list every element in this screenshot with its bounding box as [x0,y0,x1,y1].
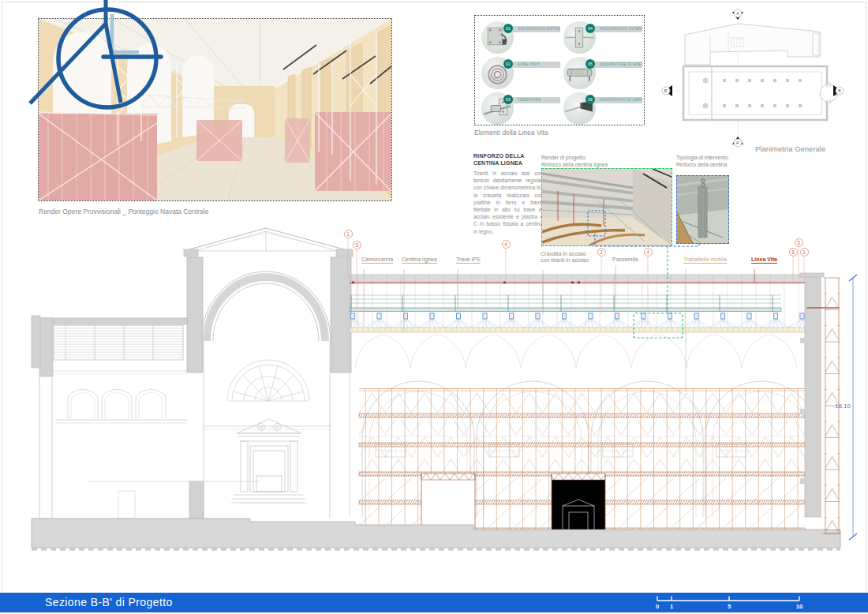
linea-vita-element: DISSIPATORE DI ENERGIA 05 [563,57,645,92]
svg-text:5: 5 [728,603,731,610]
nave-section [339,275,817,531]
label-centina-lignea: Centina lignea [402,256,437,264]
linea-vita-elements-panel: ANCORAGGIO ESTREMITÀ 01 FUNE INOX [474,15,645,125]
balloon-3: 3 [353,241,361,249]
drawing-sheet: Render Opere Provvisionali _ Ponteggio N… [0,0,868,614]
rinforzo-heading-line2: CENTINA LIGNEA [473,160,522,166]
tipologia-caption: Tipologia di intervento. Rinforzo della … [676,155,729,168]
svg-text:1: 1 [670,603,673,610]
element-label: ANCORAGGIO INTERMEDIO [590,26,642,32]
planimetria-caption: Planimetria Generale [755,144,825,153]
elementi-caption: Elementi della Linea Vita [474,129,548,137]
label-trave-ipe: Trave IPE [456,256,481,264]
element-number-badge: 05 [586,59,595,69]
section-marker-b1: B' [662,85,672,96]
rinforzo-body-text: Tiranti in acciaio tesi con tensori debi… [473,170,543,235]
balloon-2: 2 [597,248,606,256]
section-marker-b: B [833,85,844,96]
svg-text:10: 10 [796,603,803,610]
svg-text:0: 0 [656,603,659,610]
transverse-section [32,228,353,519]
element-number-badge: 03 [503,95,513,104]
ground-poche [32,519,840,548]
element-number-badge: 02 [503,59,513,69]
rinforzo-heading-line1: RINFORZO DELLA [473,153,525,159]
studio-logo [19,0,165,136]
height-dimension-value: 18.10 [829,402,851,410]
right-wall [800,273,840,517]
balloon-4a: 4 [502,240,511,249]
element-label: DISSIPATORE DI ENERGIA [590,62,642,68]
balloon-1b: 1 [800,248,809,256]
sheet-title: Sezione B-B' di Progetto [45,596,173,608]
label-camorcanna: Camorcanna [361,256,393,264]
linea-vita-element: ANCORAGGIO ESTREMITÀ 01 [481,21,563,57]
tipologia-photo [676,175,729,244]
linea-vita-element: TENDITORE 03 [481,92,563,128]
render-progetto-caption: Render di progetto. Rinforzo della centi… [541,155,608,168]
element-label: FUNE INOX [508,62,560,68]
render-nave-caption: Render Opere Provvisionali _ Ponteggio N… [39,208,208,215]
svg-text:B': B' [664,88,668,93]
planimetria-plan: A A' B B' [661,6,844,150]
linea-vita-element: ANCORAGGIO INTERMEDIO 04 [563,21,645,57]
balloon-5: 5 [795,238,803,247]
rinforzo-heading: RINFORZO DELLA CENTINA LIGNEA [473,153,525,167]
balloon-6: 6 [789,248,798,256]
linea-vita-element: DISPOSITIVO DI SERRAGGIO 06 [563,92,645,128]
label-cravatta: Cravatta in acciaio con tiranti in accia… [541,251,589,264]
section-marker-a: A [732,9,743,20]
svg-text:A': A' [736,140,739,145]
label-trabattello: Trabattello mobile [683,256,727,264]
section-marker-a1: A' [732,137,743,147]
label-linea-vita: Linea Vita [751,256,777,264]
detail-area-box [634,313,683,338]
element-label: TENDITORE [508,97,560,103]
element-number-badge: 06 [586,95,595,104]
render-progetto-scene [542,169,672,245]
label-leaders [364,265,754,392]
tipologia-photo-scene [677,176,728,243]
element-number-badge: 04 [586,24,595,33]
element-number-badge: 01 [503,24,513,33]
element-label: DISPOSITIVO DI SERRAGGIO [590,97,642,103]
title-bar: Sezione B-B' di Progetto 0 1 5 10 [0,593,868,612]
label-passerella: Passerella [612,256,638,262]
linea-vita-element: FUNE INOX 02 [481,57,563,92]
element-label: ANCORAGGIO ESTREMITÀ [508,26,560,32]
scale-bar: 0 1 5 10 [647,593,813,612]
balloon-1: 1 [344,230,353,238]
balloon-4b: 4 [644,248,653,256]
render-progetto-image [541,168,672,246]
passerella-band [350,295,781,312]
tie-rod-fans [339,313,816,328]
